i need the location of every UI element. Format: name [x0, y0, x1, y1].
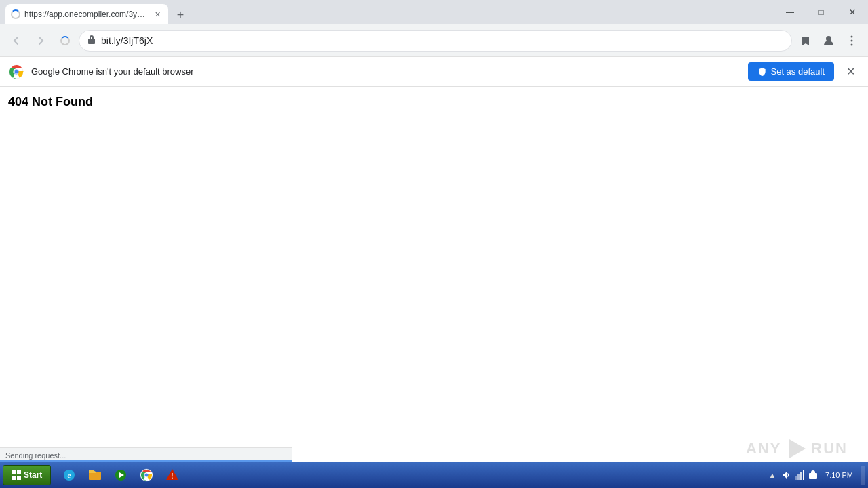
svg-marker-8	[789, 439, 806, 458]
tab-close-button[interactable]: ✕	[152, 9, 163, 20]
profile-button[interactable]	[818, 30, 840, 52]
tab-strip: https://app.onecompiler.com/3y9vs ✕ +	[0, 4, 774, 24]
taskbar-chrome-button[interactable]	[134, 466, 159, 485]
page-content: 404 Not Found ANY RUN	[0, 87, 868, 488]
minimize-button[interactable]: —	[774, 0, 806, 24]
systray-volume-icon[interactable]	[781, 470, 791, 481]
svg-point-0	[826, 36, 831, 41]
tab-title: https://app.onecompiler.com/3y9vs	[24, 9, 148, 19]
url-text: bit.ly/3IjT6jX	[101, 35, 783, 46]
svg-rect-26	[803, 470, 804, 480]
svg-point-1	[851, 35, 853, 37]
start-label: Start	[24, 470, 42, 480]
svg-rect-9	[12, 470, 16, 474]
svg-rect-10	[17, 470, 21, 474]
navigation-bar: bit.ly/3IjT6jX	[0, 24, 868, 57]
new-tab-button[interactable]: +	[171, 5, 190, 24]
windows-logo-icon	[12, 470, 21, 480]
system-clock[interactable]: 7:10 PM	[821, 471, 857, 479]
menu-button[interactable]	[841, 30, 863, 52]
taskbar-separator	[54, 466, 54, 485]
svg-text:!: !	[172, 472, 174, 480]
watermark-text-any: ANY	[746, 440, 781, 458]
not-found-heading: 404 Not Found	[8, 95, 93, 108]
security-alert-icon: !	[165, 468, 179, 482]
reload-button[interactable]	[54, 30, 76, 52]
back-button[interactable]	[5, 30, 27, 52]
svg-point-7	[15, 70, 18, 73]
taskbar-security-button[interactable]: !	[160, 466, 184, 485]
bookmark-button[interactable]	[795, 30, 816, 52]
taskbar-explorer-button[interactable]	[83, 466, 107, 485]
taskbar: Start e !	[0, 462, 868, 488]
svg-marker-22	[783, 472, 787, 479]
maximize-button[interactable]: □	[806, 0, 837, 24]
loading-spinner	[11, 9, 20, 19]
chrome-window: https://app.onecompiler.com/3y9vs ✕ + — …	[0, 0, 868, 488]
taskbar-chrome-icon	[140, 468, 153, 482]
watermark: ANY RUN	[746, 436, 848, 461]
svg-rect-25	[800, 472, 802, 480]
taskbar-ie-button[interactable]: e	[57, 466, 81, 485]
shield-icon	[757, 67, 767, 77]
systray-network-icon[interactable]	[794, 470, 805, 481]
active-tab[interactable]: https://app.onecompiler.com/3y9vs ✕	[5, 4, 168, 24]
svg-rect-24	[797, 474, 800, 480]
svg-rect-11	[12, 476, 16, 480]
close-button[interactable]: ✕	[837, 0, 868, 24]
watermark-text-run: RUN	[811, 440, 848, 458]
address-bar[interactable]: bit.ly/3IjT6jX	[79, 30, 792, 52]
svg-point-19	[145, 474, 149, 477]
systray-notification-icon[interactable]	[808, 470, 818, 481]
taskbar-media-button[interactable]	[108, 466, 133, 485]
svg-point-2	[851, 39, 853, 41]
forward-button[interactable]	[30, 30, 52, 52]
status-text: Sending request...	[5, 451, 66, 460]
nav-right-buttons	[795, 30, 863, 52]
media-player-icon	[114, 468, 127, 482]
default-browser-bar: Google Chrome isn't your default browser…	[0, 57, 868, 87]
svg-rect-23	[795, 476, 797, 480]
default-browser-message: Google Chrome isn't your default browser	[31, 66, 741, 77]
ie-icon: e	[62, 468, 76, 482]
taskbar-right-area: ▲ 7:10 PM	[767, 466, 865, 485]
svg-point-3	[851, 43, 853, 45]
set-default-button[interactable]: Set as default	[748, 62, 835, 81]
set-default-label: Set as default	[771, 66, 825, 77]
file-explorer-icon	[88, 468, 102, 482]
close-notification-button[interactable]: ✕	[841, 62, 860, 81]
watermark-play-icon	[784, 436, 808, 461]
window-controls: — □ ✕	[774, 0, 868, 24]
svg-rect-12	[17, 476, 21, 480]
show-desktop-button[interactable]	[861, 466, 865, 485]
svg-text:e: e	[68, 471, 71, 479]
systray-expand-icon[interactable]: ▲	[767, 470, 778, 481]
tab-favicon	[11, 9, 20, 19]
svg-rect-27	[809, 473, 817, 479]
start-button[interactable]: Start	[3, 465, 51, 485]
title-bar: https://app.onecompiler.com/3y9vs ✕ + — …	[0, 0, 868, 24]
chrome-logo-icon	[8, 64, 24, 80]
security-icon	[87, 35, 96, 46]
